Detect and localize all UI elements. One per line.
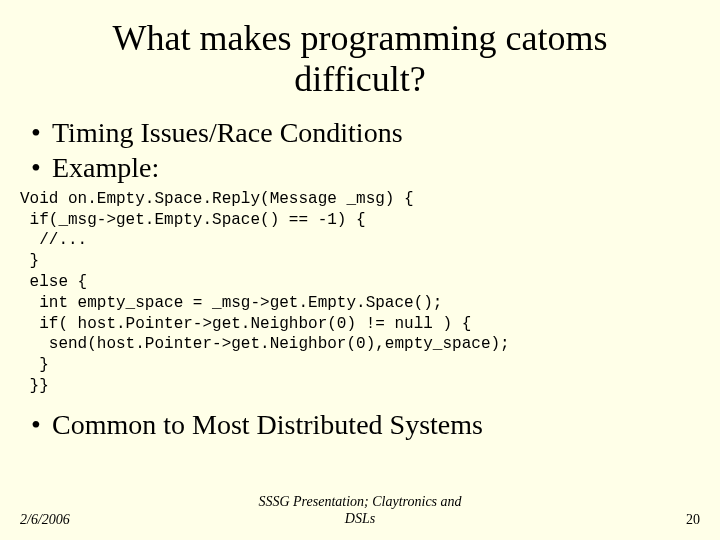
bullet-dot-icon: • xyxy=(20,150,52,185)
title-line-1: What makes programming catoms xyxy=(113,18,608,58)
bullet-list-bottom: • Common to Most Distributed Systems xyxy=(0,401,720,442)
bullet-dot-icon: • xyxy=(20,115,52,150)
footer-center: SSSG Presentation; Claytronics and DSLs xyxy=(0,494,720,528)
title-line-2: difficult? xyxy=(294,59,425,99)
bullet-text: Common to Most Distributed Systems xyxy=(52,407,483,442)
bullet-text: Example: xyxy=(52,150,159,185)
bullet-item: • Timing Issues/Race Conditions xyxy=(20,115,700,150)
bullet-item: • Example: xyxy=(20,150,700,185)
bullet-item: • Common to Most Distributed Systems xyxy=(20,407,700,442)
slide-title: What makes programming catoms difficult? xyxy=(0,0,720,109)
bullet-dot-icon: • xyxy=(20,407,52,442)
bullet-list-top: • Timing Issues/Race Conditions • Exampl… xyxy=(0,109,720,185)
slide: What makes programming catoms difficult?… xyxy=(0,0,720,540)
footer-page-number: 20 xyxy=(686,512,700,528)
footer-center-line1: SSSG Presentation; Claytronics and xyxy=(258,494,461,509)
bullet-text: Timing Issues/Race Conditions xyxy=(52,115,403,150)
code-block: Void on.Empty.Space.Reply(Message _msg) … xyxy=(0,185,720,401)
footer-center-line2: DSLs xyxy=(345,511,375,526)
